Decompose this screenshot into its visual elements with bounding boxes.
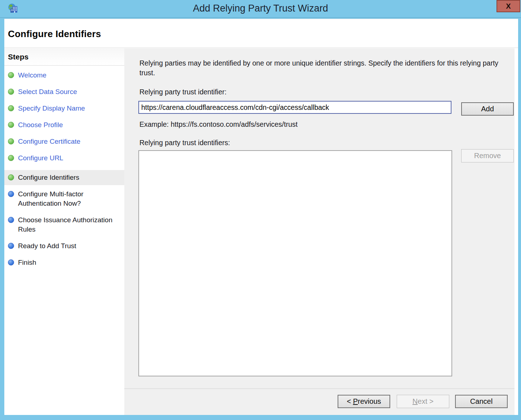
step-label: Choose Profile bbox=[18, 121, 63, 129]
sidebar-step-choose-issuance-authorization-rules: Choose Issuance Authorization Rules bbox=[4, 215, 124, 234]
next-label: Next > bbox=[413, 397, 433, 406]
step-label: Select Data Source bbox=[18, 88, 77, 95]
step-complete-icon bbox=[8, 138, 14, 144]
step-label: Ready to Add Trust bbox=[18, 242, 76, 250]
adfs-globe-building-icon bbox=[7, 3, 19, 15]
titlebar: Add Relying Party Trust Wizard X bbox=[0, 0, 521, 18]
step-complete-icon bbox=[8, 72, 14, 78]
identifiers-label: Relying party trust identifiers: bbox=[139, 139, 230, 147]
steps-list: WelcomeSelect Data SourceSpecify Display… bbox=[4, 66, 124, 267]
step-complete-icon bbox=[8, 174, 14, 180]
step-complete-icon bbox=[8, 155, 14, 161]
step-label: Choose Issuance Authorization Rules bbox=[18, 216, 112, 233]
step-label: Finish bbox=[18, 259, 36, 266]
next-button[interactable]: Next > bbox=[397, 395, 449, 408]
window-title: Add Relying Party Trust Wizard bbox=[193, 3, 328, 14]
sidebar-step-ready-to-add-trust: Ready to Add Trust bbox=[4, 241, 124, 251]
step-pending-icon bbox=[8, 259, 14, 265]
example-text: Example: https://fs.contoso.com/adfs/ser… bbox=[139, 120, 298, 129]
step-label: Specify Display Name bbox=[18, 104, 85, 112]
step-pending-icon bbox=[8, 217, 14, 223]
step-label: Configure Multi-factor Authentication No… bbox=[18, 190, 84, 207]
close-icon: X bbox=[506, 3, 511, 10]
steps-sidebar: Steps WelcomeSelect Data SourceSpecify D… bbox=[4, 48, 124, 415]
step-label: Configure URL bbox=[18, 154, 63, 162]
sidebar-step-choose-profile[interactable]: Choose Profile bbox=[4, 120, 124, 130]
sidebar-step-finish: Finish bbox=[4, 258, 124, 267]
identifier-input[interactable] bbox=[138, 101, 451, 114]
step-complete-icon bbox=[8, 105, 14, 111]
add-button[interactable]: Add bbox=[461, 102, 514, 116]
sidebar-step-select-data-source[interactable]: Select Data Source bbox=[4, 87, 124, 97]
close-button[interactable]: X bbox=[496, 0, 520, 12]
previous-button[interactable]: < Previous bbox=[338, 395, 390, 408]
step-label: Configure Identifiers bbox=[18, 174, 79, 181]
step-complete-icon bbox=[8, 89, 14, 95]
remove-button[interactable]: Remove bbox=[461, 149, 514, 162]
step-label: Welcome bbox=[18, 71, 46, 79]
footer-bar: < Previous Next > Cancel bbox=[124, 388, 515, 415]
main-content: Relying parties may be identified by one… bbox=[124, 48, 515, 389]
sidebar-step-configure-url[interactable]: Configure URL bbox=[4, 153, 124, 163]
sidebar-step-configure-certificate[interactable]: Configure Certificate bbox=[4, 137, 124, 146]
step-complete-icon bbox=[8, 122, 14, 128]
step-pending-icon bbox=[8, 191, 14, 197]
identifier-label: Relying party trust identifier: bbox=[139, 88, 227, 96]
sidebar-step-specify-display-name[interactable]: Specify Display Name bbox=[4, 104, 124, 113]
cancel-button[interactable]: Cancel bbox=[455, 395, 508, 408]
sidebar-step-configure-multi-factor-authentication-now: Configure Multi-factor Authentication No… bbox=[4, 189, 124, 208]
steps-heading: Steps bbox=[4, 48, 124, 66]
wizard-window: Configure Identifiers Steps WelcomeSelec… bbox=[4, 19, 518, 415]
identifiers-listbox[interactable] bbox=[138, 150, 452, 376]
step-pending-icon bbox=[8, 243, 14, 249]
sidebar-step-configure-identifiers: Configure Identifiers bbox=[4, 170, 124, 185]
intro-text: Relying parties may be identified by one… bbox=[139, 58, 508, 78]
step-label: Configure Certificate bbox=[18, 138, 80, 145]
sidebar-step-welcome[interactable]: Welcome bbox=[4, 71, 124, 80]
page-header: Configure Identifiers bbox=[4, 19, 518, 48]
previous-label: < Previous bbox=[347, 397, 381, 406]
page-title: Configure Identifiers bbox=[8, 28, 101, 40]
